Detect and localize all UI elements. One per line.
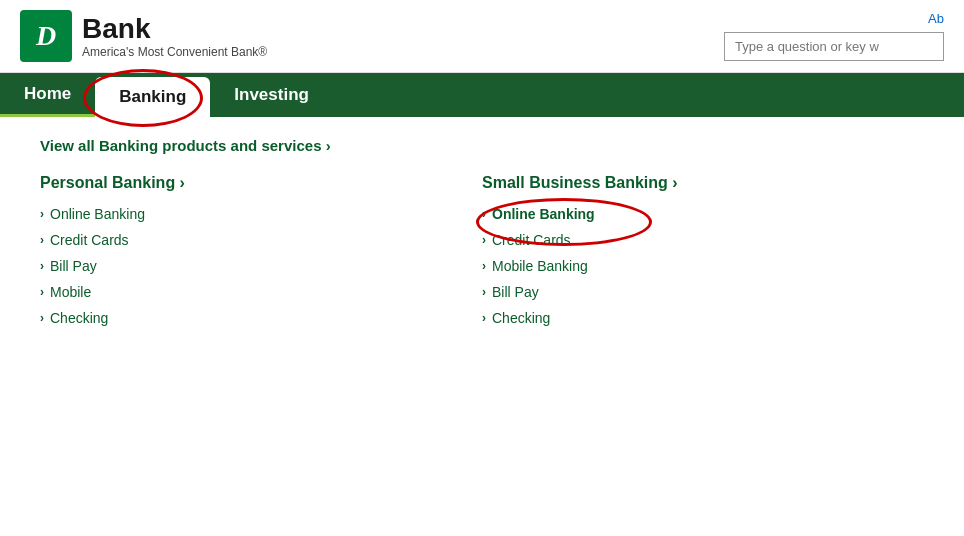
bullet-arrow: › [482,311,486,325]
bullet-arrow: › [40,285,44,299]
nav-bar: Home Banking Investing [0,73,964,117]
logo-area: D Bank America's Most Convenient Bank® [20,10,267,62]
bullet-arrow: › [482,207,486,221]
nav-home[interactable]: Home [0,73,95,117]
td-logo: D [20,10,72,62]
list-item: › Mobile Banking [482,258,924,274]
sb-mobile-banking-link[interactable]: Mobile Banking [492,258,588,274]
personal-banking-list: › Online Banking › Credit Cards › Bill P… [40,206,482,326]
bullet-arrow: › [40,233,44,247]
personal-online-banking-link[interactable]: Online Banking [50,206,145,222]
nav-investing-label: Investing [234,85,309,105]
nav-investing[interactable]: Investing [210,73,333,117]
nav-banking-label: Banking [119,87,186,107]
list-item: › Bill Pay [40,258,482,274]
bank-name: Bank [82,13,267,45]
sb-checking-link[interactable]: Checking [492,310,550,326]
personal-mobile-link[interactable]: Mobile [50,284,91,300]
search-input[interactable] [724,32,944,61]
list-item: › Mobile [40,284,482,300]
list-item: › Bill Pay [482,284,924,300]
sb-online-banking-link[interactable]: Online Banking [492,206,595,222]
bullet-arrow: › [482,233,486,247]
bank-tagline: America's Most Convenient Bank® [82,45,267,59]
header: D Bank America's Most Convenient Bank® A… [0,0,964,73]
td-logo-letter: D [36,20,56,52]
personal-checking-link[interactable]: Checking [50,310,108,326]
bullet-arrow: › [40,207,44,221]
bullet-arrow: › [40,311,44,325]
nav-banking[interactable]: Banking [95,77,210,117]
header-right: Ab [724,11,944,61]
dropdown-content: View all Banking products and services ›… [0,117,964,356]
list-item: › Checking [40,310,482,326]
bullet-arrow: › [40,259,44,273]
small-business-header[interactable]: Small Business Banking › [482,174,678,192]
list-item: › Checking [482,310,924,326]
sb-credit-cards-link[interactable]: Credit Cards [492,232,571,248]
list-item: › Credit Cards [482,232,924,248]
personal-banking-col: Personal Banking › › Online Banking › Cr… [40,174,482,326]
online-banking-circle-annotation: Online Banking [492,206,595,222]
personal-bill-pay-link[interactable]: Bill Pay [50,258,97,274]
bank-name-area: Bank America's Most Convenient Bank® [82,13,267,59]
sb-bill-pay-link[interactable]: Bill Pay [492,284,539,300]
personal-banking-header[interactable]: Personal Banking › [40,174,185,192]
bullet-arrow: › [482,259,486,273]
bullet-arrow: › [482,285,486,299]
list-item: › Online Banking [482,206,924,222]
small-business-list: › Online Banking › Credit Cards › Mobile… [482,206,924,326]
personal-credit-cards-link[interactable]: Credit Cards [50,232,129,248]
columns: Personal Banking › › Online Banking › Cr… [40,174,924,326]
about-link[interactable]: Ab [928,11,944,26]
view-all-link[interactable]: View all Banking products and services › [40,137,331,154]
list-item: › Online Banking [40,206,482,222]
small-business-col: Small Business Banking › › Online Bankin… [482,174,924,326]
nav-home-label: Home [24,84,71,104]
list-item: › Credit Cards [40,232,482,248]
